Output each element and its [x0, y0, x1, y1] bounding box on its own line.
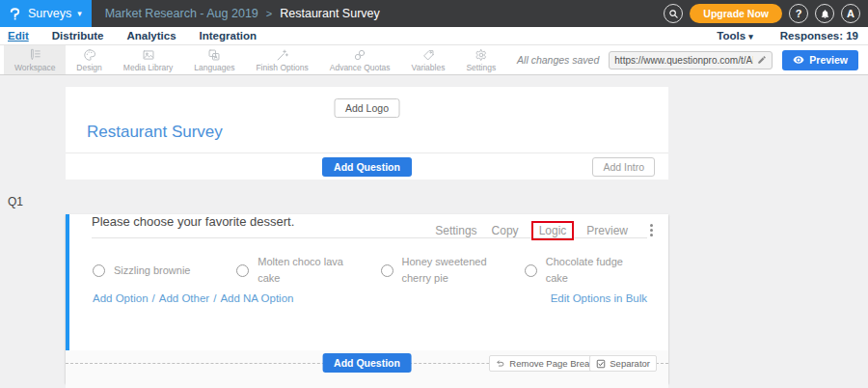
- nav-tab-distribute[interactable]: Distribute: [52, 30, 104, 42]
- option-links-row: Add Option / Add Other / Add NA Option E…: [93, 292, 647, 304]
- toolbar-right: All changes saved Preview: [517, 45, 868, 74]
- questionpro-survey-editor: Surveys ▾ Market Research - Aug 2019 > R…: [0, 0, 868, 388]
- responses-count[interactable]: Responses: 19: [780, 30, 858, 42]
- option-label[interactable]: Chocolate fudge cake: [546, 254, 644, 287]
- surveys-menu-button[interactable]: Surveys ▾: [0, 0, 92, 27]
- breadcrumb-separator: >: [266, 8, 272, 19]
- survey-header-section: Add Logo Restaurant Survey: [66, 87, 668, 152]
- search-button[interactable]: [664, 4, 683, 23]
- add-question-button-bottom[interactable]: Add Question: [322, 353, 412, 373]
- notifications-button[interactable]: [815, 4, 834, 23]
- editor-toolbar: Workspace Design Media Library Languages…: [0, 45, 868, 75]
- upgrade-now-button[interactable]: Upgrade Now: [690, 4, 782, 23]
- question-preview-link[interactable]: Preview: [586, 224, 628, 237]
- toolbar-item-media-library[interactable]: Media Library: [113, 45, 184, 74]
- add-question-button[interactable]: Add Question: [322, 157, 412, 177]
- avatar-initial: A: [847, 8, 854, 19]
- option-label[interactable]: Sizzling brownie: [114, 263, 190, 279]
- option-radio[interactable]: [525, 264, 537, 277]
- image-icon: [142, 48, 155, 62]
- tag-icon: [421, 48, 435, 62]
- help-button[interactable]: ?: [789, 4, 808, 23]
- topbar-actions: Upgrade Now ? A: [664, 4, 868, 23]
- option-radio[interactable]: [381, 264, 393, 277]
- answer-option: Sizzling brownie: [93, 254, 236, 287]
- remove-page-break-button[interactable]: Remove Page Break: [489, 355, 601, 372]
- share-url-box: [609, 51, 773, 69]
- option-radio[interactable]: [236, 264, 249, 277]
- survey-title[interactable]: Restaurant Survey: [87, 123, 223, 142]
- answer-option: Honey sweetened cherry pie: [381, 254, 525, 287]
- option-label[interactable]: Molten choco lava cake: [258, 254, 356, 287]
- question-more-menu[interactable]: [648, 222, 655, 238]
- add-question-row: Add Question Add Intro: [66, 152, 668, 180]
- pencil-icon[interactable]: [757, 55, 767, 65]
- toolbar-item-variables[interactable]: Variables: [401, 45, 456, 74]
- toolbar-item-advance-quotas[interactable]: Advance Quotas: [319, 45, 401, 74]
- nav-right: Tools ▾ Responses: 19: [717, 30, 858, 42]
- option-label[interactable]: Honey sweetened cherry pie: [402, 254, 501, 287]
- nav-tab-edit[interactable]: Edit: [8, 30, 29, 42]
- breadcrumb: Market Research - Aug 2019 > Restaurant …: [105, 7, 380, 20]
- tools-menu[interactable]: Tools ▾: [717, 30, 753, 42]
- toolbar-item-design[interactable]: Design: [66, 45, 112, 74]
- brand-label: Surveys: [28, 7, 71, 20]
- toolbar-item-languages[interactable]: Languages: [183, 45, 245, 74]
- answer-option: Chocolate fudge cake: [525, 254, 668, 287]
- chevron-down-icon: ▾: [748, 32, 753, 42]
- toolbar-item-settings[interactable]: Settings: [455, 45, 506, 74]
- edit-options-in-bulk-link[interactable]: Edit Options in Bulk: [551, 292, 647, 304]
- nav-tab-integration[interactable]: Integration: [200, 30, 257, 42]
- question-logic-link-highlighted[interactable]: Logic: [531, 221, 575, 240]
- chain-links-icon: [353, 48, 366, 62]
- survey-card: Add Logo Restaurant Survey Add Question …: [66, 87, 668, 383]
- workspace-icon: [28, 48, 41, 62]
- avatar[interactable]: A: [841, 4, 860, 23]
- link-separator: /: [152, 292, 155, 304]
- search-icon: [668, 9, 679, 19]
- share-url-input[interactable]: [614, 55, 753, 66]
- bell-icon: [820, 9, 830, 19]
- remove-page-break-icon: [496, 359, 505, 369]
- answer-options: Sizzling brownie Molten choco lava cake …: [93, 254, 668, 287]
- question-mark-icon: ?: [796, 8, 802, 19]
- questionpro-logo-icon: [8, 7, 22, 21]
- palette-icon: [83, 48, 96, 62]
- add-other-link[interactable]: Add Other: [159, 292, 209, 304]
- magic-wand-icon: [276, 48, 289, 62]
- translate-icon: [207, 48, 221, 62]
- question-number-label: Q1: [8, 195, 23, 208]
- add-na-option-link[interactable]: Add NA Option: [220, 292, 293, 304]
- nav-tab-analytics[interactable]: Analytics: [126, 30, 176, 42]
- question-settings-link[interactable]: Settings: [435, 224, 476, 237]
- survey-canvas: Q1 Add Logo Restaurant Survey Add Questi…: [0, 75, 868, 388]
- add-option-link[interactable]: Add Option: [93, 292, 149, 304]
- chevron-down-icon: ▾: [77, 10, 82, 18]
- checked-checkbox-icon: [596, 359, 606, 369]
- link-separator: /: [213, 292, 216, 304]
- toolbar-item-finish-options[interactable]: Finish Options: [245, 45, 318, 74]
- eye-icon: [793, 54, 804, 66]
- question-copy-link[interactable]: Copy: [492, 224, 519, 237]
- main-nav: Edit Distribute Analytics Integration To…: [0, 27, 868, 45]
- option-radio[interactable]: [93, 264, 105, 277]
- page-break-zone: Add Question Remove Page Break Separator: [66, 350, 668, 388]
- gear-icon: [475, 48, 488, 62]
- preview-button[interactable]: Preview: [782, 50, 858, 70]
- top-bar: Surveys ▾ Market Research - Aug 2019 > R…: [0, 0, 868, 27]
- save-status: All changes saved: [517, 54, 599, 66]
- answer-option: Molten choco lava cake: [236, 254, 380, 287]
- add-option-links: Add Option / Add Other / Add NA Option: [93, 292, 293, 304]
- separator-checkbox[interactable]: Separator: [589, 355, 657, 372]
- add-logo-button[interactable]: Add Logo: [334, 98, 400, 118]
- add-intro-button[interactable]: Add Intro: [592, 157, 655, 177]
- breadcrumb-parent[interactable]: Market Research - Aug 2019: [105, 7, 258, 20]
- breadcrumb-current: Restaurant Survey: [280, 7, 380, 20]
- question-actions: Settings Copy Logic Preview: [435, 222, 655, 238]
- toolbar-item-workspace[interactable]: Workspace: [4, 45, 66, 74]
- card-gap: [66, 180, 668, 181]
